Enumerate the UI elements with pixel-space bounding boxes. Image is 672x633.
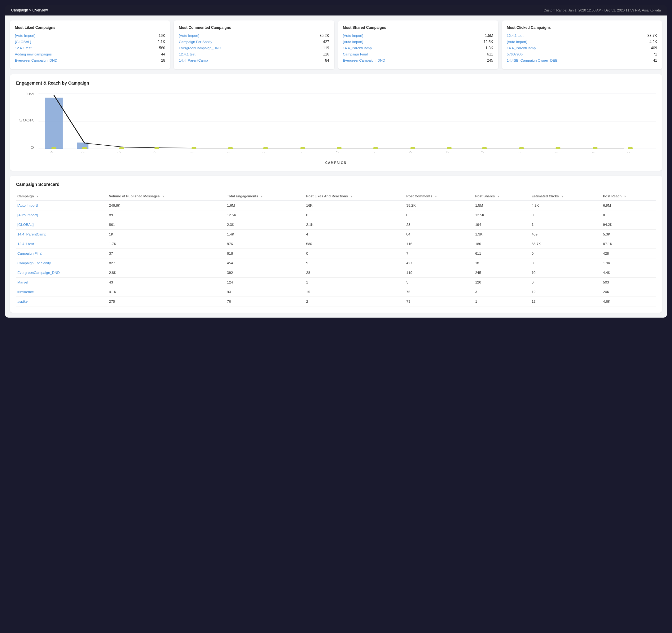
cell-7-volume: 2.8K (108, 268, 226, 277)
card-link-3-4[interactable]: 14.4SE_Campaign Owner_DEE (507, 58, 558, 62)
card-link-0-2[interactable]: 12.4.1 test (15, 46, 31, 50)
card-value-2-2: 1.3K (485, 46, 493, 50)
cell-8-estimated_clicks: 0 (530, 277, 602, 287)
card-row-3-3: 5768790p71 (507, 52, 657, 56)
cell-1-post_shares: 12.5K (474, 210, 530, 220)
card-link-0-1[interactable]: [GLOBAL] (15, 40, 31, 44)
svg-point-10 (119, 147, 124, 149)
table-row: 12.4.1 test1.7K87658011618033.7K87.1K (16, 239, 656, 249)
campaign-link-1[interactable]: [Auto Import] (17, 213, 38, 217)
table-row: #spike275762731124.6K (16, 297, 656, 307)
campaign-link-2[interactable]: [GLOBAL] (17, 223, 33, 226)
card-link-1-4[interactable]: 14.4_ParentCamp (179, 58, 208, 62)
card-link-3-3[interactable]: 5768790p (507, 52, 523, 56)
campaign-link-10[interactable]: #spike (17, 300, 28, 303)
card-link-0-0[interactable]: [Auto Import] (15, 34, 35, 38)
top-bar: Campaign > Overview Custom Range: Jan 1,… (5, 5, 667, 16)
card-link-2-0[interactable]: [Auto Import] (343, 34, 363, 38)
table-row: Campaign Final37618076110428 (16, 249, 656, 259)
campaign-link-9[interactable]: #Influence (17, 290, 34, 294)
card-row-1-0: [Auto Import]35.2K (179, 33, 329, 38)
table-row: Campaign For Sanity82745494271801.9K (16, 259, 656, 268)
sort-icon-clicks: ▼ (561, 195, 564, 198)
table-row: [Auto Import]8912.5K0012.5K00 (16, 210, 656, 220)
cell-1-volume: 89 (108, 210, 226, 220)
cell-2-post_shares: 194 (474, 220, 530, 229)
cell-3-post_shares: 1.3K (474, 229, 530, 239)
card-link-1-0[interactable]: [Auto Import] (179, 34, 199, 38)
campaign-link-5[interactable]: Campaign Final (17, 251, 43, 255)
campaign-link-7[interactable]: EvergreenCampaign_DND (17, 271, 60, 274)
svg-point-15 (300, 147, 306, 149)
card-link-1-3[interactable]: 12.4.1 test (179, 52, 195, 56)
scorecard-table: Campaign ▼ Volume of Published Messages … (16, 192, 656, 307)
svg-point-8 (51, 147, 57, 149)
col-post-shares[interactable]: Post Shares ▼ (474, 192, 530, 201)
cell-9-post_comments: 75 (405, 287, 474, 297)
col-campaign[interactable]: Campaign ▼ (16, 192, 108, 201)
sort-icon-volume: ▼ (162, 195, 165, 198)
cell-10-post_likes: 2 (305, 297, 405, 307)
cell-8-post_likes: 1 (305, 277, 405, 287)
svg-text:Do Not Delete: Do Not Delete (499, 151, 522, 152)
card-row-0-4: EvergreenCampaign_DND28 (15, 58, 165, 63)
svg-point-13 (228, 147, 233, 149)
col-post-reach[interactable]: Post Reach ▼ (602, 192, 656, 201)
cell-5-post_reach: 428 (602, 249, 656, 259)
cell-2-post_comments: 23 (405, 220, 474, 229)
card-link-2-2[interactable]: 14.4_ParentCamp (343, 46, 372, 50)
cell-2-post_reach: 94.2K (602, 220, 656, 229)
cell-0-post_comments: 35.2K (405, 201, 474, 210)
table-row: [Auto Import]246.8K1.6M16K35.2K1.5M4.2K6… (16, 201, 656, 210)
card-row-3-4: 14.4SE_Campaign Owner_DEE41 (507, 58, 657, 63)
table-row: [GLOBAL]8612.3K2.1K23194194.2K (16, 220, 656, 229)
chart-x-label: CAMPAIGN (16, 161, 656, 165)
cell-0-estimated_clicks: 4.2K (530, 201, 602, 210)
card-value-2-1: 12.5K (483, 40, 493, 44)
card-link-2-4[interactable]: EvergreenCampaign_DND (343, 58, 385, 62)
cell-6-total_engagements: 454 (226, 259, 305, 268)
cell-3-campaign: 14.4_ParentCamp (16, 229, 108, 239)
top-card-1: Most Commented Campaigns[Auto Import]35.… (174, 21, 334, 69)
card-link-0-3[interactable]: Adding new campaigns (15, 52, 52, 56)
cell-6-post_reach: 1.9K (602, 259, 656, 268)
card-link-1-1[interactable]: Campaign For Sanity (179, 40, 212, 44)
sort-icon-likes: ▼ (350, 195, 353, 198)
scorecard-tbody: [Auto Import]246.8K1.6M16K35.2K1.5M4.2K6… (16, 201, 656, 307)
card-value-3-4: 41 (653, 58, 657, 63)
sort-icon-reach: ▼ (624, 195, 626, 198)
campaign-link-3[interactable]: 14.4_ParentCamp (17, 233, 46, 236)
top-card-0: Most Liked Campaigns[Auto Import]16K[GLO… (10, 21, 170, 69)
card-link-2-1[interactable]: [Auto Import] (343, 40, 363, 44)
card-row-2-4: EvergreenCampaign_DND245 (343, 58, 493, 63)
sort-icon-shares: ▼ (497, 195, 500, 198)
top-card-3: Most Clicked Campaigns12.4.1 test33.7K[A… (502, 21, 662, 69)
col-total-engagements[interactable]: Total Engagements ▼ (226, 192, 305, 201)
cell-10-campaign: #spike (16, 297, 108, 307)
col-post-likes[interactable]: Post Likes And Reactions ▼ (305, 192, 405, 201)
card-link-3-2[interactable]: 14.4_ParentCamp (507, 46, 536, 50)
card-value-0-2: 580 (159, 46, 165, 50)
svg-point-9 (82, 147, 87, 149)
campaign-link-6[interactable]: Campaign For Sanity (17, 261, 51, 265)
card-link-0-4[interactable]: EvergreenCampaign_DND (15, 58, 57, 62)
breadcrumb-current: Overview (32, 8, 48, 13)
card-link-1-2[interactable]: EvergreenCampaign_DND (179, 46, 221, 50)
svg-text:[GLOBAL]: [GLOBAL] (322, 151, 340, 152)
col-estimated-clicks[interactable]: Estimated Clicks ▼ (530, 192, 602, 201)
col-volume[interactable]: Volume of Published Messages ▼ (108, 192, 226, 201)
card-value-3-0: 33.7K (648, 33, 657, 38)
campaign-link-8[interactable]: Marvel (17, 281, 28, 284)
chart-area: 1M 500K 0 (16, 91, 656, 159)
top-card-title-0: Most Liked Campaigns (15, 25, 165, 30)
cell-8-post_shares: 120 (474, 277, 530, 287)
svg-point-17 (373, 147, 378, 149)
table-row: #Influence4.1K93157531220K (16, 287, 656, 297)
campaign-link-0[interactable]: [Auto Import] (17, 203, 38, 207)
card-link-3-0[interactable]: 12.4.1 test (507, 34, 524, 38)
table-row: Marvel43124131200503 (16, 277, 656, 287)
campaign-link-4[interactable]: 12.4.1 test (17, 242, 34, 246)
card-link-3-1[interactable]: [Auto Import] (507, 40, 527, 44)
col-post-comments[interactable]: Post Comments ▼ (405, 192, 474, 201)
card-link-2-3[interactable]: Campaign Final (343, 52, 368, 56)
